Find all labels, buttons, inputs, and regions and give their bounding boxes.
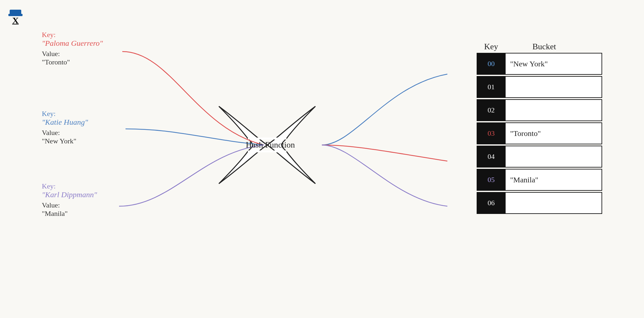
logo: X [10, 10, 21, 26]
entry-1-value-value: "Toronto" [42, 58, 103, 66]
hash-function-label: Hash Function [238, 140, 303, 150]
bucket-value-0: "New York" [506, 53, 602, 75]
bucket-key-3: 03 [477, 122, 506, 144]
bucket-row-1: 01 [477, 76, 602, 98]
bucket-value-5: "Manila" [506, 169, 602, 191]
entry-3: Key: "Karl Dippmann" Value: "Manila" [42, 182, 97, 218]
bucket-key-1: 01 [477, 76, 506, 98]
entry-3-value-value: "Manila" [42, 209, 97, 218]
entry-1: Key: "Paloma Guerrero" Value: "Toronto" [42, 31, 103, 66]
entry-2-key-value: "Katie Huang" [42, 118, 88, 127]
logo-hat-icon [10, 10, 21, 14]
entry-2-value-label: Value: [42, 129, 88, 137]
header-key: Key [477, 42, 506, 52]
bucket-row-2: 02 [477, 99, 602, 121]
bucket-row-5: 05 "Manila" [477, 169, 602, 191]
entry-2-key-label: Key: [42, 110, 88, 118]
bucket-value-6 [506, 192, 602, 214]
entry-2-value-value: "New York" [42, 137, 88, 145]
entry-1-key-label: Key: [42, 31, 103, 39]
bucket-key-6: 06 [477, 192, 506, 214]
entry-3-key-label: Key: [42, 182, 97, 190]
bucket-row-4: 04 [477, 146, 602, 168]
logo-symbol: X [12, 15, 19, 26]
bucket-value-1 [506, 76, 602, 98]
bucket-table: Key Bucket 00 "New York" 01 02 03 "Toron… [477, 42, 602, 215]
bucket-value-3: "Toronto" [506, 122, 602, 144]
bucket-key-5: 05 [477, 169, 506, 191]
entry-3-value-label: Value: [42, 201, 97, 209]
bucket-value-2 [506, 99, 602, 121]
entry-3-key-value: "Karl Dippmann" [42, 190, 97, 199]
bucket-key-2: 02 [477, 99, 506, 121]
entry-2: Key: "Katie Huang" Value: "New York" [42, 110, 88, 145]
bucket-row-3: 03 "Toronto" [477, 122, 602, 144]
bucket-key-0: 00 [477, 53, 506, 75]
entry-1-key-value: "Paloma Guerrero" [42, 39, 103, 48]
entry-1-value-label: Value: [42, 50, 103, 58]
hash-function-container: Hash Function [219, 103, 322, 187]
bucket-table-header: Key Bucket [477, 42, 602, 52]
bucket-value-4 [506, 146, 602, 168]
bucket-key-4: 04 [477, 146, 506, 168]
bucket-row-6: 06 [477, 192, 602, 214]
header-bucket: Bucket [506, 42, 583, 52]
bucket-row-0: 00 "New York" [477, 53, 602, 75]
